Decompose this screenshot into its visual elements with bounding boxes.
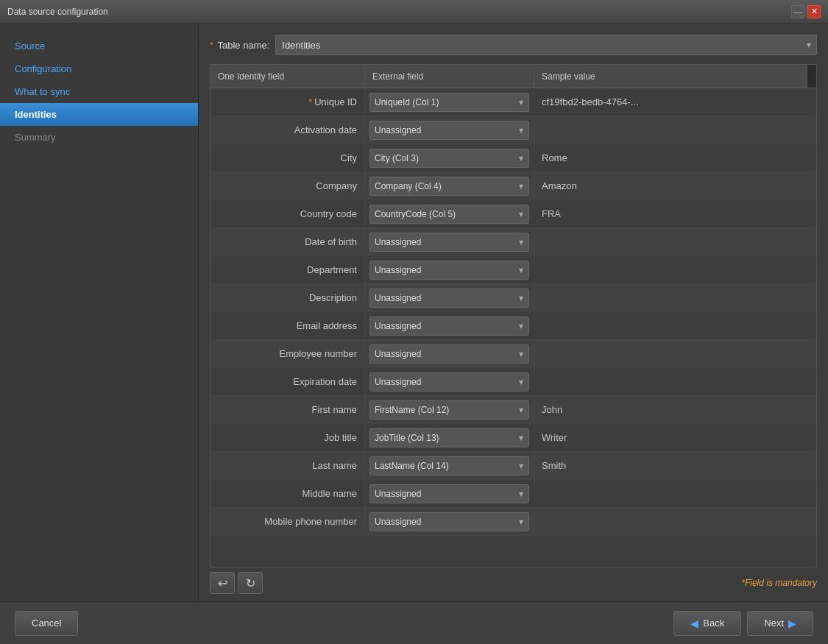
external-field-description: Unassigned [365, 284, 534, 311]
external-field-country-code: CountryCode (Col 5) Unassigned [365, 200, 534, 227]
next-label: Next [764, 618, 784, 629]
sample-activation-date [534, 116, 816, 144]
external-field-email-address: Unassigned [365, 312, 534, 339]
sample-description [534, 284, 816, 311]
sample-date-of-birth [534, 228, 816, 255]
table-row: Activation date Unassigned [210, 116, 816, 144]
header-one-identity-field: One Identity field [210, 65, 365, 88]
table-row: Middle name Unassigned [210, 480, 816, 508]
select-last-name[interactable]: LastName (Col 14) Unassigned [369, 456, 529, 475]
cancel-button[interactable]: Cancel [15, 611, 78, 636]
sample-unique-id: cf19fbd2-bedb-4764-... [534, 88, 816, 116]
external-field-middle-name: Unassigned [365, 480, 534, 507]
back-action-icon: ↩ [218, 576, 227, 590]
table-row: Description Unassigned [210, 284, 816, 312]
select-department[interactable]: Unassigned [369, 261, 529, 280]
select-middle-name[interactable]: Unassigned [369, 484, 529, 503]
footer-right: ◀ Back Next ▶ [673, 611, 813, 636]
table-row: Last name LastName (Col 14) Unassigned S… [210, 452, 816, 480]
mapping-header: One Identity field External field Sample… [210, 65, 816, 88]
select-company[interactable]: Company (Col 4) Unassigned [369, 177, 529, 196]
field-label-first-name: First name [210, 396, 365, 423]
table-name-select[interactable]: Identities Users Groups [275, 35, 817, 55]
sample-first-name: John [534, 396, 816, 423]
external-field-mobile-phone-number: Unassigned [365, 508, 534, 535]
table-row: Mobile phone number Unassigned [210, 508, 816, 536]
field-label-job-title: Job title [210, 424, 365, 451]
mapping-table: One Identity field External field Sample… [210, 64, 817, 567]
select-employee-number[interactable]: Unassigned [369, 344, 529, 364]
toolbar-left: ↩ ↻ [210, 572, 263, 594]
select-mobile-phone-number[interactable]: Unassigned [369, 512, 529, 531]
external-field-last-name: LastName (Col 14) Unassigned [365, 452, 534, 479]
refresh-icon: ↻ [246, 576, 255, 590]
select-job-title[interactable]: JobTitle (Col 13) Unassigned [369, 428, 529, 447]
external-field-job-title: JobTitle (Col 13) Unassigned [365, 424, 534, 451]
select-expiration-date[interactable]: Unassigned [369, 372, 529, 392]
window-title: Data source configuration [7, 7, 108, 17]
next-arrow-icon: ▶ [788, 618, 796, 629]
select-activation-date[interactable]: Unassigned [369, 121, 529, 140]
external-field-unique-id: UniqueId (Col 1) Unassigned [365, 88, 534, 116]
mapping-body[interactable]: * Unique ID UniqueId (Col 1) Unassigned … [210, 88, 816, 567]
sample-department [534, 256, 816, 283]
external-field-city: City (Col 3) Unassigned [365, 144, 534, 171]
external-field-first-name: FirstName (Col 12) Unassigned [365, 396, 534, 423]
field-label-email-address: Email address [210, 312, 365, 339]
table-row: Employee number Unassigned [210, 340, 816, 368]
back-label: Back [703, 618, 724, 629]
back-action-button[interactable]: ↩ [210, 572, 235, 594]
table-row: First name FirstName (Col 12) Unassigned… [210, 396, 816, 424]
next-button[interactable]: Next ▶ [747, 611, 813, 636]
main-container: Source Configuration What to sync Identi… [0, 24, 828, 601]
select-country-code[interactable]: CountryCode (Col 5) Unassigned [369, 205, 529, 224]
sample-last-name: Smith [534, 452, 816, 479]
select-email-address[interactable]: Unassigned [369, 316, 529, 336]
external-field-company: Company (Col 4) Unassigned [365, 172, 534, 199]
content-area: * Table name: Identities Users Groups On… [199, 24, 828, 601]
minimize-button[interactable]: — [791, 5, 804, 18]
footer-left: Cancel [15, 611, 78, 636]
field-label-activation-date: Activation date [210, 116, 365, 144]
field-label-unique-id: * Unique ID [210, 88, 365, 116]
sidebar-item-configuration[interactable]: Configuration [0, 57, 198, 80]
required-star: * [210, 40, 213, 51]
table-row: Date of birth Unassigned [210, 228, 816, 256]
select-first-name[interactable]: FirstName (Col 12) Unassigned [369, 400, 529, 420]
bottom-toolbar: ↩ ↻ *Field is mandatory [210, 567, 817, 594]
external-field-employee-number: Unassigned [365, 340, 534, 367]
field-label-expiration-date: Expiration date [210, 368, 365, 395]
sidebar-item-source[interactable]: Source [0, 35, 198, 57]
sample-company: Amazon [534, 172, 816, 199]
close-button[interactable]: ✕ [807, 5, 821, 18]
cancel-label: Cancel [32, 618, 61, 629]
external-field-expiration-date: Unassigned [365, 368, 534, 395]
sample-email-address [534, 312, 816, 339]
table-row: City City (Col 3) Unassigned Rome [210, 144, 816, 172]
refresh-button[interactable]: ↻ [238, 572, 263, 594]
external-field-date-of-birth: Unassigned [365, 228, 534, 255]
back-button[interactable]: ◀ Back [673, 611, 741, 636]
field-label-date-of-birth: Date of birth [210, 228, 365, 255]
sidebar-item-summary: Summary [0, 126, 198, 149]
external-field-activation-date: Unassigned [365, 116, 534, 144]
select-unique-id[interactable]: UniqueId (Col 1) Unassigned [369, 93, 529, 112]
title-bar: Data source configuration — ✕ [0, 0, 828, 24]
window-controls: — ✕ [791, 5, 821, 18]
field-label-description: Description [210, 284, 365, 311]
select-city[interactable]: City (Col 3) Unassigned [369, 149, 529, 168]
footer: Cancel ◀ Back Next ▶ [0, 601, 828, 644]
field-label-company: Company [210, 172, 365, 199]
select-date-of-birth[interactable]: Unassigned [369, 233, 529, 252]
field-label-mobile-phone-number: Mobile phone number [210, 508, 365, 535]
sidebar-item-identities[interactable]: Identities [0, 103, 198, 126]
mandatory-note: *Field is mandatory [741, 578, 817, 588]
field-label-middle-name: Middle name [210, 480, 365, 507]
header-external-field: External field [365, 65, 534, 88]
select-description[interactable]: Unassigned [369, 289, 529, 308]
table-row: Country code CountryCode (Col 5) Unassig… [210, 200, 816, 228]
sidebar-item-what-to-sync[interactable]: What to sync [0, 80, 198, 103]
table-row: Department Unassigned [210, 256, 816, 284]
sample-city: Rome [534, 144, 816, 171]
field-label-country-code: Country code [210, 200, 365, 227]
